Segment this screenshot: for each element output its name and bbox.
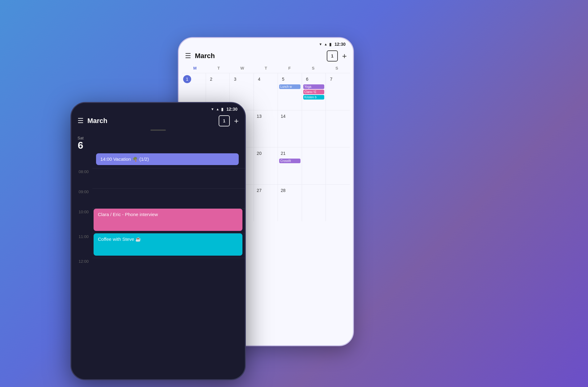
today-button-light[interactable]: 1 xyxy=(327,50,338,62)
time-row-08: 08:00 xyxy=(71,168,245,188)
time-row-09: 09:00 xyxy=(71,188,245,208)
event-clara-e: Clara / E xyxy=(303,90,325,94)
time-row-10: 10:00 Clara / Eric - Phone interview xyxy=(71,208,245,233)
time-label-08: 08:00 xyxy=(71,168,92,174)
calendar-day-28[interactable]: 28 xyxy=(278,185,302,221)
day-num-2: 2 xyxy=(207,75,215,83)
app-header-light: ☰ March 1 + xyxy=(179,49,353,65)
add-button-light[interactable]: + xyxy=(342,51,347,61)
time-area-11: Coffee with Steve ☕ xyxy=(92,233,245,258)
day-num-4: 4 xyxy=(255,75,263,83)
event-crossfit-21: Crossfit xyxy=(279,159,300,163)
time-label-09: 09:00 xyxy=(71,188,92,194)
calendar-day-6[interactable]: 6 Yoga Clara / E Kristen b xyxy=(302,73,326,110)
calendar-day-13[interactable]: 13 xyxy=(254,110,278,147)
calendar-day-21[interactable]: 21 Crossfit xyxy=(278,147,302,184)
time-area-09 xyxy=(92,188,245,208)
status-time-dark: 12:30 xyxy=(226,107,237,112)
event-coffee-steve[interactable]: Coffee with Steve ☕ xyxy=(94,233,242,256)
day-number: 6 xyxy=(78,140,83,150)
day-num-6: 6 xyxy=(303,75,311,83)
time-area-08 xyxy=(92,168,245,188)
time-label-11: 11:00 xyxy=(71,233,92,239)
day-headers: M T W T F S S xyxy=(182,65,350,72)
event-yoga-1: Yoga xyxy=(303,84,325,89)
day-num-21: 21 xyxy=(279,149,287,157)
today-button-dark[interactable]: 1 xyxy=(219,115,230,126)
time-area-12 xyxy=(92,258,245,278)
calendar-day-28b[interactable] xyxy=(302,185,326,221)
time-slots: 08:00 09:00 10:00 Clara / Eric - Phone i… xyxy=(71,168,245,278)
day-num-13: 13 xyxy=(255,112,263,120)
menu-icon-dark[interactable]: ☰ xyxy=(78,117,84,125)
calendar-day-7[interactable]: 7 xyxy=(326,73,350,110)
phone-dark: ▼ ▲ ▮ 12:30 ☰ March 1 + Sat 6 14:00 Vaca… xyxy=(70,102,246,380)
month-title-light: March xyxy=(195,52,327,60)
day-view: Sat 6 14:00 Vacation 🌴 (1/2) 08:00 09:00… xyxy=(71,134,245,278)
day-header-sat: S xyxy=(301,65,325,72)
day-label-row: Sat 6 xyxy=(71,134,245,153)
calendar-day-20[interactable]: 20 xyxy=(254,147,278,184)
day-header-wed: W xyxy=(230,65,254,72)
signal-icon: ▲ xyxy=(324,42,327,46)
day-header-mon: M xyxy=(183,65,207,72)
calendar-day-28c[interactable] xyxy=(326,185,350,221)
day-num-14: 14 xyxy=(279,112,287,120)
time-label-10: 10:00 xyxy=(71,208,92,214)
calendar-day-21c[interactable] xyxy=(326,147,350,184)
add-button-dark[interactable]: + xyxy=(234,116,239,126)
day-label: Sat 6 xyxy=(78,136,84,150)
calendar-day-14b[interactable] xyxy=(302,110,326,147)
day-num-1: 1 xyxy=(183,75,191,83)
time-row-12: 12:00 xyxy=(71,258,245,278)
day-num-28: 28 xyxy=(279,186,287,194)
day-header-thu: T xyxy=(254,65,278,72)
status-time-light: 12:30 xyxy=(334,42,346,47)
event-lunch: Lunch w xyxy=(279,84,300,89)
calendar-day-5[interactable]: 5 Lunch w xyxy=(278,73,302,110)
wifi-icon: ▼ xyxy=(319,42,322,46)
calendar-day-14c[interactable] xyxy=(326,110,350,147)
day-num-5: 5 xyxy=(279,75,287,83)
calendar-day-14[interactable]: 14 xyxy=(278,110,302,147)
calendar-day-27[interactable]: 27 xyxy=(254,185,278,221)
day-header-tue: T xyxy=(207,65,231,72)
day-num-7: 7 xyxy=(327,75,335,83)
menu-icon-light[interactable]: ☰ xyxy=(185,52,191,60)
wifi-icon-dark: ▼ xyxy=(211,107,214,111)
calendar-day-21b[interactable] xyxy=(302,147,326,184)
battery-icon-dark: ▮ xyxy=(221,107,223,112)
event-kristen: Kristen b xyxy=(303,95,325,100)
time-row-11: 11:00 Coffee with Steve ☕ xyxy=(71,233,245,258)
status-bar-light: ▼ ▲ ▮ 12:30 xyxy=(179,38,353,49)
app-header-dark: ☰ March 1 + xyxy=(71,114,245,130)
calendar-day-4[interactable]: 4 xyxy=(254,73,278,110)
day-num-27: 27 xyxy=(255,186,263,194)
day-num-3: 3 xyxy=(231,75,239,83)
vacation-event[interactable]: 14:00 Vacation 🌴 (1/2) xyxy=(96,153,239,165)
month-title-dark: March xyxy=(87,117,219,125)
signal-icon-dark: ▲ xyxy=(216,107,219,111)
scroll-handle xyxy=(150,130,166,131)
time-label-12: 12:00 xyxy=(71,258,92,264)
day-header-sun: S xyxy=(325,65,349,72)
day-num-20: 20 xyxy=(255,149,263,157)
time-area-10: Clara / Eric - Phone interview xyxy=(92,208,245,233)
status-bar-dark: ▼ ▲ ▮ 12:30 xyxy=(71,103,245,114)
day-header-fri: F xyxy=(278,65,301,72)
battery-icon: ▮ xyxy=(329,42,331,47)
event-clara-eric[interactable]: Clara / Eric - Phone interview xyxy=(94,209,242,231)
